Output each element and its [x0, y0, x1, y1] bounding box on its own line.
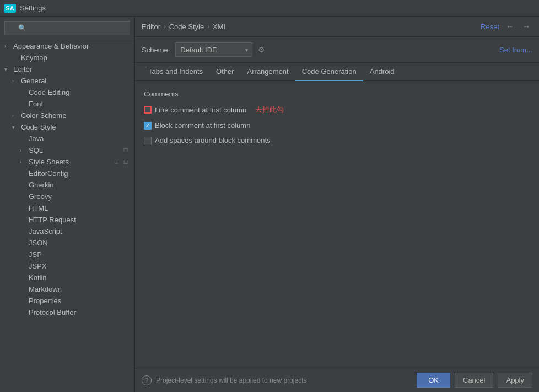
- tab-code-generation[interactable]: Code Generation: [295, 63, 363, 81]
- sidebar-item-label: Groovy: [29, 192, 130, 201]
- sidebar-item-code-style[interactable]: ▾Code Style: [0, 121, 134, 133]
- block-comment-label[interactable]: Block comment at first column: [144, 121, 250, 130]
- tabs-bar: Tabs and IndentsOtherArrangementCode Gen…: [135, 63, 539, 81]
- cancel-button[interactable]: Cancel: [455, 373, 493, 388]
- tab-tabs-indents[interactable]: Tabs and Indents: [142, 63, 209, 81]
- sidebar-item-label: Kotlin: [29, 273, 130, 282]
- sidebar-item-label: General: [21, 77, 130, 85]
- sidebar-item-editor-config[interactable]: EditorConfig: [0, 168, 134, 179]
- sidebar-item-sql[interactable]: ›SQL☐: [0, 144, 134, 156]
- scheme-gear-button[interactable]: ⚙: [258, 45, 265, 54]
- bottom-bar: ? Project-level settings will be applied…: [135, 368, 539, 392]
- scheme-select[interactable]: Default IDE: [175, 42, 252, 57]
- sidebar-item-label: Gherkin: [29, 181, 130, 189]
- line-comment-label[interactable]: Line comment at first column: [144, 106, 246, 114]
- sidebar-item-label: Style Sheets: [29, 158, 112, 166]
- breadcrumb-sep-2: ›: [207, 23, 209, 30]
- expand-arrow-icon: ▾: [4, 67, 11, 72]
- search-wrapper: ⌕: [4, 21, 130, 35]
- sidebar-item-groovy[interactable]: Groovy: [0, 191, 134, 202]
- spaces-block-row: Add spaces around block comments: [144, 135, 530, 146]
- sidebar-item-label: Code Style: [21, 123, 130, 131]
- spaces-block-checkbox[interactable]: [144, 137, 152, 144]
- breadcrumb-xml: XML: [213, 23, 228, 31]
- block-comment-row: Block comment at first column: [144, 120, 530, 131]
- sidebar-item-appearance[interactable]: ›Appearance & Behavior: [0, 40, 134, 52]
- sidebar-item-kotlin[interactable]: Kotlin: [0, 272, 134, 283]
- sidebar-item-keymap[interactable]: Keymap: [0, 52, 134, 63]
- expand-arrow-icon: ›: [4, 44, 11, 49]
- tab-arrangement[interactable]: Arrangement: [241, 63, 295, 81]
- sidebar-tree: ›Appearance & BehaviorKeymap▾Editor›Gene…: [0, 40, 134, 318]
- sidebar-item-label: JSON: [29, 239, 130, 247]
- breadcrumb-codestyle: Code Style: [169, 23, 204, 31]
- breadcrumb-sep-1: ›: [164, 23, 166, 30]
- search-bar: ⌕: [0, 17, 134, 40]
- spaces-block-label[interactable]: Add spaces around block comments: [144, 136, 271, 144]
- content-area: Comments Line comment at first column 去掉…: [135, 81, 539, 368]
- block-comment-checkbox[interactable]: [144, 122, 152, 130]
- help-icon[interactable]: ?: [142, 375, 152, 385]
- sidebar-item-general[interactable]: ›General: [0, 75, 134, 87]
- sidebar-item-label: Protocol Buffer: [29, 308, 130, 316]
- sidebar-item-label: SQL: [29, 146, 121, 154]
- small-icon: ☐: [123, 159, 128, 165]
- sidebar-item-label: JSPX: [29, 262, 130, 270]
- sidebar-item-label: Editor: [13, 65, 130, 73]
- sidebar-item-protocol-buffer[interactable]: Protocol Buffer: [0, 307, 134, 318]
- title-bar: SA Settings: [0, 0, 539, 17]
- sidebar-item-label: JavaScript: [29, 227, 130, 235]
- sidebar-item-label: Keymap: [21, 53, 130, 62]
- apply-button[interactable]: Apply: [498, 373, 532, 388]
- reset-button[interactable]: Reset: [481, 23, 499, 31]
- sidebar-item-style-sheets[interactable]: ›Style Sheets▭☐: [0, 156, 134, 168]
- sidebar-item-json[interactable]: JSON: [0, 237, 134, 249]
- sidebar-item-jsp[interactable]: JSP: [0, 249, 134, 260]
- sidebar-item-label: Properties: [29, 297, 130, 305]
- db-icon: ▭: [114, 159, 119, 165]
- set-from-link[interactable]: Set from...: [499, 46, 532, 54]
- block-comment-text: Block comment at first column: [155, 121, 250, 130]
- line-comment-checkbox[interactable]: [144, 106, 152, 114]
- tab-android[interactable]: Android: [363, 63, 401, 81]
- scheme-label: Scheme:: [142, 46, 170, 54]
- breadcrumb: Editor › Code Style › XML: [142, 23, 476, 31]
- sidebar-item-color-scheme[interactable]: ›Color Scheme: [0, 110, 134, 121]
- line-comment-text: Line comment at first column: [155, 106, 246, 114]
- sidebar-item-label: HTML: [29, 204, 130, 212]
- sidebar-item-html[interactable]: HTML: [0, 202, 134, 214]
- sidebar-item-label: Color Scheme: [21, 111, 130, 120]
- expand-arrow-icon: ›: [12, 78, 19, 84]
- sidebar-item-font[interactable]: Font: [0, 98, 134, 110]
- sidebar-item-label: Appearance & Behavior: [13, 42, 130, 50]
- annotation-text: 去掉此勾: [255, 105, 284, 115]
- toolbar-actions: Reset ← →: [481, 21, 532, 32]
- bottom-actions: OK Cancel Apply: [417, 373, 532, 388]
- expand-arrow-icon: ›: [20, 148, 26, 153]
- nav-forward-button[interactable]: →: [520, 21, 532, 32]
- scheme-select-wrapper: Default IDE ▼: [175, 42, 252, 57]
- ok-button[interactable]: OK: [417, 373, 450, 388]
- sidebar-item-jspx[interactable]: JSPX: [0, 260, 134, 272]
- sidebar-item-properties[interactable]: Properties: [0, 295, 134, 307]
- sidebar-item-markdown[interactable]: Markdown: [0, 283, 134, 295]
- scheme-row: Scheme: Default IDE ▼ ⚙ Set from...: [135, 37, 539, 63]
- search-input[interactable]: [4, 21, 130, 35]
- nav-back-button[interactable]: ←: [504, 21, 516, 32]
- sidebar-item-code-editing[interactable]: Code Editing: [0, 87, 134, 98]
- sidebar-item-javascript[interactable]: JavaScript: [0, 225, 134, 237]
- sidebar-item-label: Font: [29, 100, 130, 108]
- sidebar-item-editor[interactable]: ▾Editor: [0, 63, 134, 75]
- sidebar-item-java[interactable]: Java: [0, 133, 134, 144]
- sidebar-item-http-request[interactable]: HTTP Request: [0, 214, 134, 225]
- breadcrumb-editor: Editor: [142, 23, 160, 31]
- small-icon: ☐: [123, 148, 128, 153]
- top-toolbar: Editor › Code Style › XML Reset ← →: [135, 17, 539, 37]
- expand-arrow-icon: ›: [20, 159, 26, 165]
- sidebar-item-gherkin[interactable]: Gherkin: [0, 179, 134, 191]
- sidebar-item-label: JSP: [29, 250, 130, 259]
- sidebar-item-label: Markdown: [29, 285, 130, 293]
- tab-other[interactable]: Other: [209, 63, 241, 81]
- window-title: Settings: [20, 4, 46, 12]
- app-logo: SA: [4, 3, 15, 14]
